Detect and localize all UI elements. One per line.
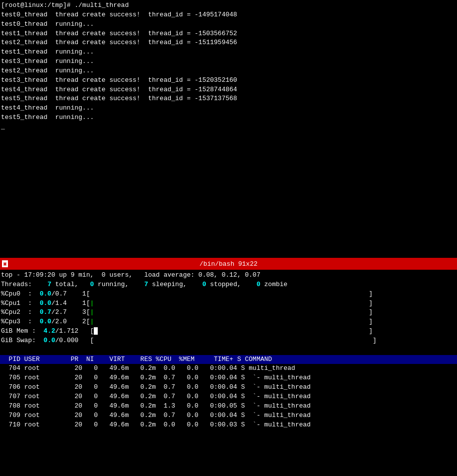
cpu0-bar bbox=[90, 290, 369, 298]
process-row-708: 708 root 20 0 49.6m 0.2m 1.3 0.0 0:00.05… bbox=[0, 402, 457, 411]
process-row-706: 706 root 20 0 49.6m 0.2m 0.7 0.0 0:00.04… bbox=[0, 383, 457, 392]
cpu2-line: %Cpu2 : 0.7/2.7 3[| ] bbox=[0, 308, 457, 317]
terminal-line: test0_thread thread create success! thre… bbox=[0, 10, 457, 20]
table-header: PID USER PR NI VIRT RES %CPU %MEM TIME+ … bbox=[0, 355, 457, 364]
cpu3-bar-empty bbox=[94, 318, 369, 325]
threads-zombie: 0 bbox=[257, 281, 261, 288]
terminal-line: test5_thread thread create success! thre… bbox=[0, 94, 457, 104]
cpu3-value: 0.0 bbox=[40, 318, 51, 325]
terminal-line: test3_thread thread create success! thre… bbox=[0, 76, 457, 85]
summary-line: top - 17:09:20 up 9 min, 0 users, load a… bbox=[0, 271, 457, 280]
terminal-icon: ▣ bbox=[2, 260, 8, 267]
terminal-line: test1_thread thread create success! thre… bbox=[0, 29, 457, 39]
terminal-line: test2_thread thread create success! thre… bbox=[0, 38, 457, 48]
terminal-line: [root@linux:/tmp]# ./multi_thread bbox=[0, 1, 457, 10]
process-row-705: 705 root 20 0 49.6m 0.2m 0.7 0.0 0:00.04… bbox=[0, 373, 457, 383]
title-bar: ▣ /bin/bash 91x22 bbox=[0, 258, 457, 270]
terminal-line: test3_thread running... bbox=[0, 57, 457, 66]
process-row-704: 704 root 20 0 49.6m 0.2m 0.0 0.0 0:00.04… bbox=[0, 364, 457, 373]
title-bar-text: /bin/bash 91x22 bbox=[199, 260, 258, 268]
cpu2-value: 0.7 bbox=[40, 308, 51, 316]
cpu0-line: %Cpu0 : 0.0/0.7 1[ ] bbox=[0, 290, 457, 299]
swap-bar-empty bbox=[94, 337, 373, 344]
cpu1-line: %Cpu1 : 0.0/1.4 1[| ] bbox=[0, 299, 457, 308]
mem-bar-empty bbox=[98, 327, 369, 335]
process-row-709: 709 root 20 0 49.6m 0.2m 0.7 0.0 0:00.04… bbox=[0, 411, 457, 420]
cpu0-value: 0.0 bbox=[40, 290, 51, 298]
terminal-line: test4_thread thread create success! thre… bbox=[0, 85, 457, 95]
swap-value: 0.0 bbox=[44, 337, 55, 344]
cpu2-bar-empty bbox=[94, 308, 369, 316]
mem-bar-block bbox=[94, 327, 98, 335]
cpu3-line: %Cpu3 : 0.0/2.0 2[| ] bbox=[0, 317, 457, 327]
threads-sleeping: 7 bbox=[144, 281, 148, 288]
terminal-line: test1_thread running... bbox=[0, 48, 457, 57]
top-terminal: [root@linux:/tmp]# ./multi_thread test0_… bbox=[0, 0, 457, 258]
threads-line: Threads: 7 total, 0 running, 7 sleeping,… bbox=[0, 280, 457, 290]
swap-line: GiB Swap: 0.0/0.000 [ ] bbox=[0, 336, 457, 346]
top-content: top - 17:09:20 up 9 min, 0 users, load a… bbox=[0, 270, 457, 430]
process-row-710: 710 root 20 0 49.6m 0.2m 0.0 0.0 0:00.03… bbox=[0, 420, 457, 430]
top-label: top - 17:09:20 up 9 min, 0 users, load a… bbox=[1, 271, 261, 279]
terminal-window: [root@linux:/tmp]# ./multi_thread test0_… bbox=[0, 0, 457, 430]
threads-total: 7 bbox=[48, 281, 52, 288]
terminal-line: test2_thread running... bbox=[0, 66, 457, 76]
cpu1-value: 0.0 bbox=[40, 299, 51, 307]
mem-line: GiB Mem : 4.2/1.712 [ ] bbox=[0, 327, 457, 336]
cpu1-bar-empty bbox=[94, 299, 369, 307]
threads-stopped: 0 bbox=[202, 281, 206, 288]
terminal-line: test0_thread running... bbox=[0, 20, 457, 29]
blank-line bbox=[0, 346, 457, 355]
mem-value: 4.2 bbox=[44, 327, 55, 335]
terminal-line: test4_thread running... bbox=[0, 104, 457, 113]
terminal-cursor-line: _ bbox=[0, 122, 457, 132]
threads-running: 0 bbox=[90, 281, 94, 288]
terminal-line: test5_thread running... bbox=[0, 113, 457, 122]
process-row-707: 707 root 20 0 49.6m 0.2m 0.7 0.0 0:00.04… bbox=[0, 392, 457, 402]
bottom-terminal: ▣ /bin/bash 91x22 top - 17:09:20 up 9 mi… bbox=[0, 258, 457, 430]
